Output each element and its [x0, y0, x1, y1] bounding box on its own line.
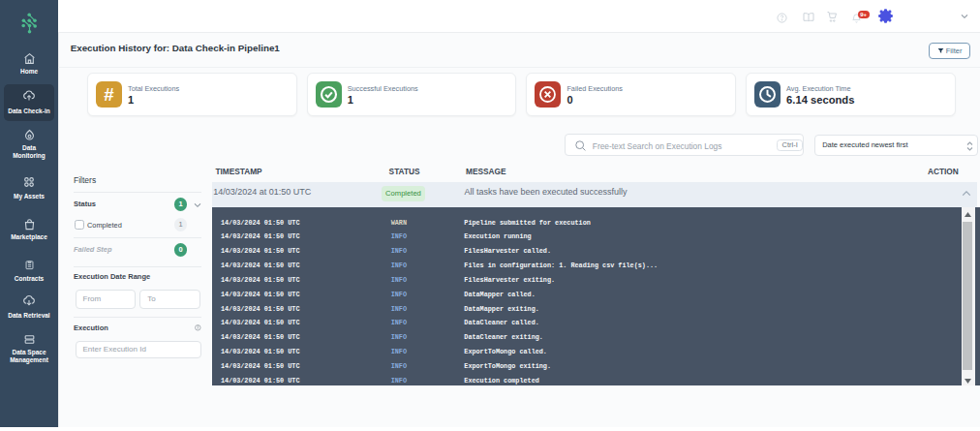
svg-text:#: #: [104, 84, 114, 105]
